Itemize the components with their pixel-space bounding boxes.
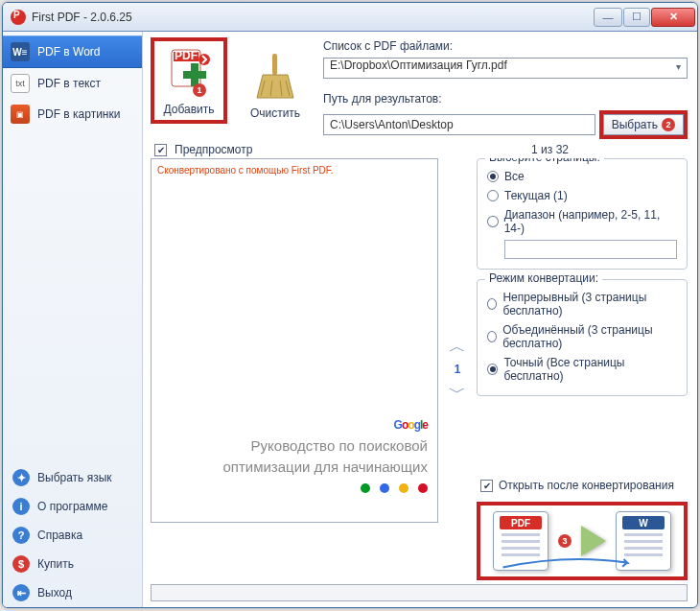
pages-all-option[interactable]: Все (487, 167, 677, 186)
open-after-row[interactable]: ✔ Открыть после конвертирования (480, 479, 688, 492)
sidebar-item-buy[interactable]: $ Купить (3, 550, 142, 578)
google-logo: Google (222, 408, 428, 435)
dot (361, 483, 370, 493)
doc-title-line2: оптимизации для начинающих (222, 458, 428, 477)
color-dots (222, 483, 428, 493)
radio-label: Все (504, 170, 525, 183)
radio-label: Объединённый (3 страницы бесплатно) (502, 323, 677, 350)
step-badge-1: 1 (193, 83, 206, 97)
open-after-label: Открыть после конвертирования (499, 479, 674, 492)
sidebar-item-exit[interactable]: ⇤ Выход (3, 578, 142, 607)
body: W≡ PDF в Word txt PDF в текст ▣ PDF в ка… (3, 32, 697, 607)
pdf-badge: PDF (500, 516, 542, 529)
open-after-checkbox[interactable]: ✔ (480, 480, 493, 492)
radio-icon (487, 171, 499, 182)
app-window: First PDF - 2.0.6.25 — ☐ ✕ W≡ PDF в Word… (2, 2, 698, 608)
radio-label: Точный (Все страницы бесплатно) (503, 356, 677, 383)
buy-icon: $ (12, 555, 30, 573)
options-column: Выберите страницы: Все Текущая (1) Диапа… (477, 158, 688, 580)
preview-document: Google Руководство по поисковой оптимиза… (222, 408, 428, 493)
file-inputs: Список с PDF файлами: E:\Dropbox\Оптимиз… (323, 37, 688, 139)
window-title: First PDF - 2.0.6.25 (32, 11, 594, 24)
add-button[interactable]: PDF 1 Добавить (151, 37, 227, 124)
choose-highlight: Выбрать 2 (599, 110, 688, 139)
watermark-text: Сконвертировано с помощью First PDF. (157, 165, 432, 176)
preview-controls: ✔ Предпросмотр 1 из 32 (151, 143, 688, 156)
pages-range-option[interactable]: Диапазон (например, 2-5, 11, 14-) (487, 205, 677, 238)
maximize-button[interactable]: ☐ (623, 8, 650, 27)
word-badge: W (622, 516, 665, 529)
pages-group-title: Выберите страницы: (485, 158, 604, 164)
window-buttons: — ☐ ✕ (594, 8, 695, 27)
radio-icon (487, 216, 499, 227)
word-icon: W≡ (11, 42, 30, 61)
choose-output-button[interactable]: Выбрать 2 (603, 114, 684, 135)
radio-icon (487, 190, 499, 201)
pdf-files-combo[interactable]: E:\Dropbox\Оптимизация Гугл.pdf (323, 58, 688, 79)
step-badge-3: 3 (558, 534, 572, 548)
pages-range-group: Выберите страницы: Все Текущая (1) Диапа… (477, 158, 688, 270)
sidebar-item-help[interactable]: ? Справка (3, 521, 142, 550)
sidebar-item-language[interactable]: ✦ Выбрать язык (3, 463, 142, 492)
sidebar-item-label: Выход (37, 586, 72, 599)
page-down-arrow[interactable]: ﹀ (449, 384, 466, 401)
add-label: Добавить (163, 103, 214, 116)
preview-pane: Сконвертировано с помощью First PDF. Goo… (151, 158, 438, 523)
help-icon: ? (12, 527, 30, 544)
conversion-mode-group: Режим конвертации: Непрерывный (3 страни… (477, 279, 688, 396)
svg-rect-6 (272, 54, 277, 75)
dot (380, 483, 389, 493)
main-content: PDF 1 Добавить (143, 32, 697, 607)
mode-exact-option[interactable]: Точный (Все страницы бесплатно) (487, 353, 677, 386)
sidebar-item-label: PDF в картинки (37, 107, 120, 121)
current-page: 1 (455, 363, 461, 376)
close-button[interactable]: ✕ (651, 8, 695, 27)
radio-label: Текущая (1) (504, 189, 568, 202)
sidebar-item-pdf-to-text[interactable]: txt PDF в текст (3, 68, 142, 99)
sidebar-item-label: PDF в текст (37, 77, 101, 90)
radio-label: Непрерывный (3 страницы бесплатно) (502, 291, 677, 317)
range-input[interactable] (504, 240, 677, 259)
broom-icon (246, 49, 304, 105)
pdf-files-value: E:\Dropbox\Оптимизация Гугл.pdf (330, 59, 507, 72)
titlebar: First PDF - 2.0.6.25 — ☐ ✕ (3, 3, 697, 32)
mode-continuous-option[interactable]: Непрерывный (3 страницы бесплатно) (487, 288, 677, 320)
radio-icon (487, 364, 498, 375)
radio-icon (487, 298, 497, 310)
clear-label: Очистить (250, 106, 300, 120)
output-path-label: Путь для результатов: (323, 92, 688, 106)
sidebar-item-label: PDF в Word (37, 45, 101, 59)
arrow-swoosh-icon (500, 557, 634, 571)
progress-bar (151, 584, 688, 601)
convert-button[interactable]: PDF 3 W (477, 502, 688, 580)
app-icon (11, 10, 26, 25)
sidebar-item-label: О программе (37, 500, 107, 513)
sidebar-item-label: Справка (37, 529, 82, 542)
output-path-input[interactable] (323, 114, 595, 135)
clear-button[interactable]: Очистить (237, 37, 314, 124)
svg-text:PDF: PDF (175, 49, 198, 62)
doc-title-line1: Руководство по поисковой (222, 436, 428, 456)
sidebar-item-pdf-to-images[interactable]: ▣ PDF в картинки (3, 99, 142, 129)
text-icon: txt (11, 74, 30, 93)
sidebar-item-label: Купить (37, 557, 74, 571)
step-badge-2: 2 (662, 118, 675, 131)
pages-current-option[interactable]: Текущая (1) (487, 186, 677, 205)
minimize-button[interactable]: — (594, 8, 622, 27)
radio-icon (487, 331, 497, 342)
mode-merged-option[interactable]: Объединённый (3 страницы бесплатно) (487, 320, 677, 353)
page-up-arrow[interactable]: ︿ (449, 338, 466, 355)
toolbar: PDF 1 Добавить (151, 37, 688, 139)
sidebar-item-label: Выбрать язык (37, 471, 112, 484)
preview-checkbox[interactable]: ✔ (154, 144, 167, 156)
content-row: Сконвертировано с помощью First PDF. Goo… (151, 158, 688, 580)
sidebar-item-pdf-to-word[interactable]: W≡ PDF в Word (3, 35, 142, 68)
mode-group-title: Режим конвертации: (485, 271, 602, 285)
page-nav: ︿ 1 ﹀ (446, 158, 469, 580)
globe-icon: ✦ (12, 469, 30, 486)
file-list-label: Список с PDF файлами: (323, 39, 688, 53)
preview-label: Предпросмотр (175, 143, 252, 156)
sidebar-item-about[interactable]: i О программе (3, 492, 142, 521)
sidebar: W≡ PDF в Word txt PDF в текст ▣ PDF в ка… (3, 32, 143, 607)
add-pdf-icon: PDF (160, 45, 218, 101)
